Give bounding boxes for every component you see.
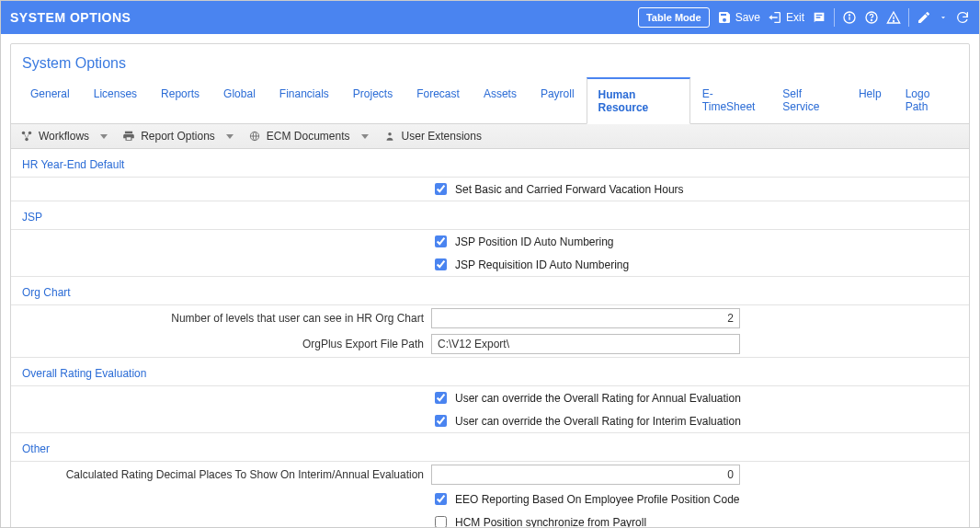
tab-financials[interactable]: Financials <box>268 77 341 124</box>
ecm-documents-button[interactable]: ECM Documents <box>248 130 369 143</box>
set-basic-vacation-label: Set Basic and Carried Forward Vacation H… <box>455 183 684 196</box>
eeo-reporting-checkbox[interactable] <box>435 493 447 505</box>
hcm-sync-label: HCM Position synchronize from Payroll <box>455 516 646 529</box>
notes-icon[interactable] <box>812 10 826 25</box>
tab-assets[interactable]: Assets <box>472 77 529 124</box>
override-annual-checkbox[interactable] <box>435 392 447 404</box>
form-area: HR Year-End Default Set Basic and Carrie… <box>11 149 969 528</box>
report-options-button[interactable]: Report Options <box>122 130 234 143</box>
options-card: System Options General Licenses Reports … <box>10 43 970 528</box>
tab-forecast[interactable]: Forecast <box>405 77 472 124</box>
tab-general[interactable]: General <box>18 77 82 124</box>
user-extensions-icon <box>383 130 396 143</box>
save-button[interactable]: Save <box>717 10 760 25</box>
report-options-label: Report Options <box>141 130 215 143</box>
svg-point-4 <box>871 19 872 20</box>
tab-global[interactable]: Global <box>211 77 268 124</box>
eeo-reporting-label: EEO Reporting Based On Employee Profile … <box>455 493 740 506</box>
chevron-down-icon <box>226 134 234 139</box>
tab-self-service[interactable]: Self Service <box>770 77 847 124</box>
alert-icon[interactable] <box>886 10 901 25</box>
svg-point-9 <box>25 138 28 142</box>
section-other: Other <box>11 432 969 462</box>
chevron-down-icon <box>361 134 369 139</box>
hcm-sync-checkbox[interactable] <box>435 516 447 528</box>
jsp-requisition-label: JSP Requisition ID Auto Numbering <box>455 258 629 271</box>
section-overall-rating: Overall Rating Evaluation <box>11 357 969 386</box>
jsp-requisition-checkbox[interactable] <box>435 258 447 270</box>
section-jsp: JSP <box>11 201 969 230</box>
svg-point-2 <box>849 15 849 16</box>
override-interim-label: User can override the Overall Rating for… <box>455 415 741 428</box>
jsp-position-checkbox[interactable] <box>435 235 447 247</box>
orgplus-label: OrgPlus Export File Path <box>22 338 431 350</box>
app-header: SYSTEM OPTIONS Table Mode Save Exit <box>1 1 979 34</box>
help-icon[interactable] <box>864 10 879 25</box>
chevron-down-icon <box>100 134 108 139</box>
set-basic-vacation-checkbox[interactable] <box>435 183 447 195</box>
calc-rating-label: Calculated Rating Decimal Places To Show… <box>22 468 431 481</box>
tab-payroll[interactable]: Payroll <box>529 77 587 124</box>
section-org-chart: Org Chart <box>11 276 969 305</box>
save-label: Save <box>735 11 760 24</box>
workflows-button[interactable]: Workflows <box>20 130 108 143</box>
header-toolbar: Table Mode Save Exit <box>638 7 970 28</box>
section-hr-year-end: HR Year-End Default <box>11 149 969 178</box>
svg-point-6 <box>893 20 894 21</box>
workflows-icon <box>20 130 33 143</box>
exit-icon <box>768 10 782 25</box>
orgplus-path-input[interactable] <box>431 334 740 354</box>
header-title: SYSTEM OPTIONS <box>10 10 131 25</box>
exit-button[interactable]: Exit <box>768 10 804 25</box>
table-mode-button[interactable]: Table Mode <box>638 7 710 28</box>
tab-projects[interactable]: Projects <box>341 77 405 124</box>
refresh-icon[interactable] <box>955 10 970 25</box>
tab-human-resource[interactable]: Human Resource <box>587 77 690 124</box>
divider <box>908 8 909 27</box>
override-annual-label: User can override the Overall Rating for… <box>455 392 741 405</box>
sub-toolbar: Workflows Report Options ECM Documents <box>11 124 969 149</box>
levels-label: Number of levels that user can see in HR… <box>22 312 431 325</box>
tab-help[interactable]: Help <box>847 77 894 124</box>
card-title: System Options <box>11 44 969 77</box>
info-icon[interactable] <box>842 10 857 25</box>
levels-input[interactable] <box>431 308 740 328</box>
user-extensions-button[interactable]: User Extensions <box>383 130 482 143</box>
jsp-position-label: JSP Position ID Auto Numbering <box>455 235 614 248</box>
calc-rating-input[interactable] <box>431 465 740 485</box>
exit-label: Exit <box>786 11 804 24</box>
divider <box>834 8 835 27</box>
svg-point-13 <box>388 132 392 136</box>
globe-icon <box>248 130 261 143</box>
save-icon <box>717 10 732 25</box>
override-interim-checkbox[interactable] <box>435 415 447 427</box>
ecm-documents-label: ECM Documents <box>267 130 350 143</box>
tabs-bar: General Licenses Reports Global Financia… <box>11 77 969 124</box>
print-icon <box>122 130 135 143</box>
tab-logo-path[interactable]: Logo Path <box>894 77 962 124</box>
workflows-label: Workflows <box>39 130 89 143</box>
tab-reports[interactable]: Reports <box>149 77 211 124</box>
tab-licenses[interactable]: Licenses <box>82 77 149 124</box>
edit-icon[interactable] <box>917 10 931 25</box>
user-extensions-label: User Extensions <box>402 130 482 143</box>
chevron-down-icon[interactable] <box>939 10 948 25</box>
content-area: System Options General Licenses Reports … <box>1 34 979 528</box>
tab-etimesheet[interactable]: E-TimeSheet <box>690 77 771 124</box>
